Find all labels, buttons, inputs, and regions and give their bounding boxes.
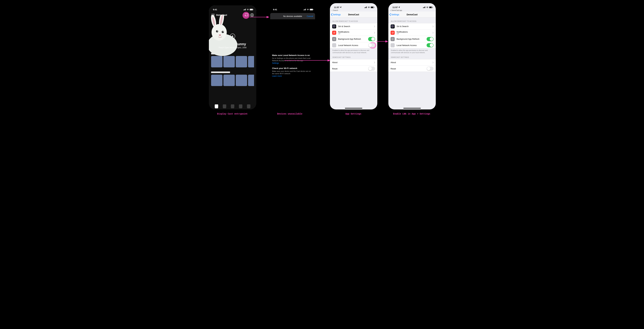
row-label: Local Network Access <box>338 44 368 47</box>
svg-rect-25 <box>304 9 304 10</box>
svg-point-56 <box>392 39 393 39</box>
tab-item[interactable] <box>223 104 226 108</box>
nav-title: DemoCast <box>406 13 418 16</box>
chevron-left-icon <box>389 13 391 16</box>
caption-screen1: Display Cast entrypoint <box>217 113 248 115</box>
row-sublabel: Off <box>338 33 374 35</box>
row-background-refresh: Background App Refresh <box>330 36 377 42</box>
content-tile[interactable] <box>236 75 247 86</box>
nav-bar: Settings DemoCast <box>330 12 377 18</box>
svg-rect-13 <box>245 9 245 10</box>
row-label: Background App Refresh <box>396 38 426 40</box>
tip-title: Make sure Local Network Access is on <box>272 54 313 57</box>
svg-point-43 <box>334 39 334 39</box>
group-header-app: DEMOCAST SETTINGS <box>330 54 377 59</box>
local-network-toggle[interactable] <box>426 43 434 47</box>
tip-title: Check your Wi-Fi network <box>272 67 313 70</box>
cast-icon[interactable] <box>244 14 248 17</box>
app-settings-list: About Reset <box>330 59 377 72</box>
row-sublabel: Off <box>396 33 432 35</box>
svg-point-51 <box>392 26 394 27</box>
screen-app-settings-lna-on: 11:57 DemoCast app Settings DemoCast ALL… <box>388 3 436 109</box>
content-tile[interactable] <box>236 56 247 67</box>
row-label: Reset <box>332 68 368 70</box>
screen-cast-entrypoint: 9:41 DemoCast <box>209 5 256 109</box>
chevron-right-icon <box>374 26 375 27</box>
row-about[interactable]: About <box>330 59 377 66</box>
row-about[interactable]: About <box>388 59 436 66</box>
content-tile[interactable] <box>224 75 235 86</box>
status-bar: 9:41 <box>269 5 316 12</box>
learn-more-link[interactable]: Learn more <box>272 75 282 77</box>
tab-item[interactable] <box>231 104 234 108</box>
row-label: Reset <box>390 68 426 70</box>
row-notifications[interactable]: Notifications Off <box>388 30 436 36</box>
reset-toggle[interactable] <box>426 67 434 71</box>
back-button[interactable]: Settings <box>389 13 399 16</box>
gear-icon <box>332 37 336 41</box>
tab-bar <box>209 104 256 108</box>
row-siri-search[interactable]: Siri & Search <box>388 23 436 30</box>
content-tile[interactable] <box>211 56 222 67</box>
breadcrumb-label: DemoCast app <box>392 10 402 11</box>
chevron-right-icon <box>374 32 375 34</box>
local-network-toggle[interactable] <box>368 43 375 47</box>
battery-icon <box>429 7 433 8</box>
status-icons <box>244 9 254 11</box>
account-icon[interactable] <box>250 13 254 17</box>
app-settings-list: About Reset <box>388 59 436 72</box>
content-tile[interactable] <box>248 75 254 86</box>
shelf-2 <box>209 67 256 86</box>
content-tile[interactable] <box>248 56 254 67</box>
reset-toggle[interactable] <box>368 67 375 71</box>
app-icon-placeholder <box>390 43 395 47</box>
row-label: Siri & Search <box>396 25 432 28</box>
row-local-network-access: Local Network Access <box>388 42 436 48</box>
status-time: 11:57 <box>334 6 339 9</box>
row-notifications[interactable]: Notifications Off <box>330 30 377 36</box>
background-refresh-toggle[interactable] <box>426 37 434 41</box>
svg-point-10 <box>219 34 221 36</box>
svg-point-6 <box>216 30 218 33</box>
row-local-network-access: Local Network Access <box>330 42 377 48</box>
hero-subtitle: Peach Open Movie Project, 2008 <box>212 47 253 49</box>
content-tile[interactable] <box>211 75 222 86</box>
svg-rect-11 <box>244 10 244 10</box>
svg-point-41 <box>334 32 335 33</box>
row-label: Background App Refresh <box>338 38 368 40</box>
location-icon <box>340 7 342 8</box>
back-label: Settings <box>333 13 341 16</box>
svg-rect-26 <box>305 9 305 10</box>
svg-rect-36 <box>371 7 373 8</box>
status-icons <box>304 9 314 11</box>
tab-item[interactable] <box>215 104 218 108</box>
chevron-right-icon <box>432 62 434 64</box>
background-refresh-toggle[interactable] <box>368 37 375 41</box>
lna-footer-note: Enabled to allow this app permission to … <box>388 48 436 54</box>
svg-rect-50 <box>432 7 433 8</box>
screen-app-settings-lna-off: 11:57 Search Settings DemoCast ALLOW DEM… <box>330 3 377 109</box>
home-indicator[interactable] <box>345 108 362 109</box>
cancel-button[interactable]: Cancel <box>307 15 313 18</box>
home-indicator[interactable] <box>403 108 421 109</box>
breadcrumb-back-to-app[interactable]: DemoCast app <box>388 10 436 12</box>
breadcrumb-back-to-app[interactable]: Search <box>330 10 377 12</box>
svg-rect-24 <box>304 10 304 10</box>
svg-rect-44 <box>423 8 424 8</box>
content-tile[interactable] <box>224 56 235 67</box>
svg-rect-18 <box>212 14 214 14</box>
group-header-access: ALLOW DEMOCAST TO ACCESS <box>330 18 377 23</box>
battery-icon <box>250 9 254 11</box>
svg-rect-45 <box>424 7 424 8</box>
tab-item[interactable] <box>247 104 250 108</box>
svg-rect-31 <box>364 8 365 8</box>
settings-link[interactable]: Settings <box>272 62 279 64</box>
chevron-left-icon <box>332 10 333 11</box>
notifications-icon <box>390 31 395 35</box>
access-list: Siri & Search Notifications Off Backgrou… <box>388 23 436 48</box>
status-time: 9:41 <box>273 9 277 11</box>
row-siri-search[interactable]: Siri & Search <box>330 23 377 30</box>
tab-item[interactable] <box>239 104 242 108</box>
nav-title: DemoCast <box>348 13 359 16</box>
back-button[interactable]: Settings <box>331 13 341 16</box>
